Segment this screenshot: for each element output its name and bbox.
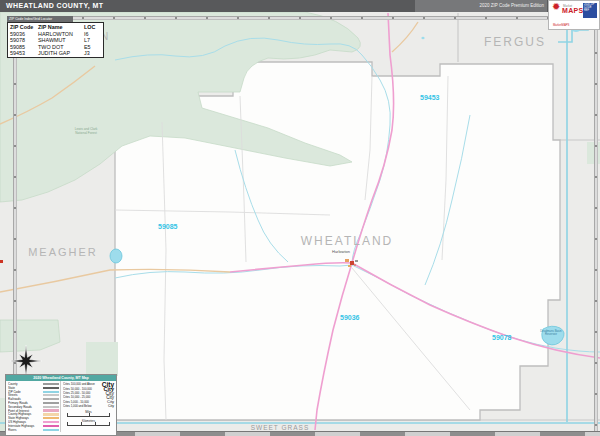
town-label: Harlowton [332,249,350,254]
col-zip-code: ZIP Code [10,24,38,31]
legend-city-items: Cities 100,000 and AboveCity Cities 50,0… [60,381,116,432]
zip-label-59085: 59085 [158,223,177,230]
map-title: WHEATLAND COUNTY, MT [6,2,103,9]
county-label-fergus: FERGUS [455,35,575,49]
edition-label: 2020 ZIP Code Premium Edition [480,3,544,8]
table-row: 59085 TWO DOT E5 [10,44,103,51]
logo-brand: MAPS [562,7,583,14]
table-row: 59453 JUDITH GAP J3 [10,50,103,57]
legend: 2020 Wheatland County, MT Map County Sta… [5,374,117,436]
zip-label-59036: 59036 [340,314,359,321]
county-label-meagher: MEAGHER [18,246,108,258]
table-row: 59078 SHAWMUT L7 [10,37,103,44]
legend-line-items: County State ZIP Code Streets Railroads … [6,381,60,432]
col-zip-name: ZIP Name [38,24,84,31]
zip-label-59078: 59078 [492,334,511,341]
zip-label-59453: 59453 [420,94,439,101]
col-loc: LOC [84,24,102,31]
county-map-canvas [0,0,600,436]
scale-bar-kilometers: Kilometers [63,419,114,426]
county-label-sweet-grass: SWEET GRASS [230,424,330,431]
lake-label: Deadmans Basin Reservoir [537,330,565,336]
table-row: 59036 HARLOWTON I6 [10,31,103,38]
map-page: JUDITH BASIN FERGUS MEAGHER WHEATLAND SW… [0,0,600,436]
logo-badge: 2020 ZIP CODE REF [583,3,597,18]
logo-tagline: MarketMAPS [553,23,569,27]
title-bar: WHEATLAND COUNTY, MT 2020 ZIP Code Premi… [0,0,600,12]
grid-ruler-top [20,16,594,20]
zip-index-header-row: ZIP Code ZIP Name LOC [10,24,103,31]
publisher-logo: ✹ Market MAPS 2020 ZIP CODE REF MarketMA… [548,0,600,30]
forest-label: Lewis and Clark National Forest [72,128,100,135]
zip-index-table: ZIP Code ZIP Name LOC 59036 HARLOWTON I6… [7,22,104,58]
zip-index-tab: ZIP Code Index/Grid Locator [7,16,73,22]
grid-ruler-right [594,21,598,431]
county-label-wheatland: WHEATLAND [283,234,411,248]
logo-star-icon: ✹ [552,2,560,12]
scale-bar-miles: Miles [63,410,114,417]
